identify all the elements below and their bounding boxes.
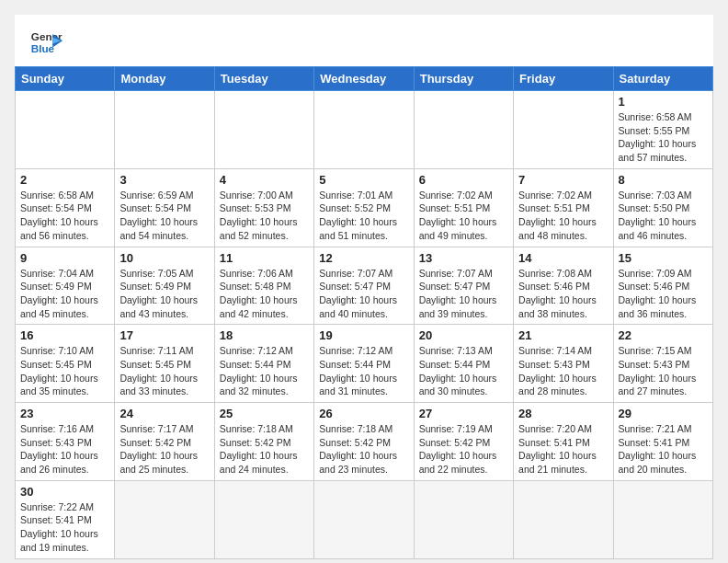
calendar-cell: 18Sunrise: 7:12 AMSunset: 5:44 PMDayligh… — [214, 325, 313, 403]
calendar-cell: 24Sunrise: 7:17 AMSunset: 5:42 PMDayligh… — [115, 403, 214, 481]
calendar-cell — [414, 91, 513, 169]
week-row-0: 1Sunrise: 6:58 AMSunset: 5:55 PMDaylight… — [16, 91, 713, 169]
calendar-cell — [414, 480, 513, 558]
day-info: Sunrise: 7:08 AMSunset: 5:46 PMDaylight:… — [518, 267, 608, 321]
calendar-cell: 28Sunrise: 7:20 AMSunset: 5:41 PMDayligh… — [514, 403, 613, 481]
day-number: 26 — [319, 407, 408, 420]
calendar-cell — [115, 91, 214, 169]
week-row-1: 2Sunrise: 6:58 AMSunset: 5:54 PMDaylight… — [16, 168, 713, 247]
calendar-cell: 21Sunrise: 7:14 AMSunset: 5:43 PMDayligh… — [514, 325, 613, 403]
day-info: Sunrise: 7:05 AMSunset: 5:49 PMDaylight:… — [119, 267, 209, 321]
day-number: 22 — [619, 328, 708, 342]
day-number: 9 — [20, 251, 109, 265]
calendar-cell: 20Sunrise: 7:13 AMSunset: 5:44 PMDayligh… — [414, 325, 513, 403]
day-info: Sunrise: 6:58 AMSunset: 5:55 PMDaylight:… — [619, 110, 708, 165]
day-info: Sunrise: 7:01 AMSunset: 5:52 PMDaylight:… — [319, 189, 408, 243]
day-number: 25 — [220, 407, 309, 420]
calendar-cell — [214, 91, 313, 169]
calendar-cell — [16, 91, 115, 169]
day-info: Sunrise: 7:04 AMSunset: 5:49 PMDaylight:… — [20, 267, 109, 321]
day-info: Sunrise: 7:18 AMSunset: 5:42 PMDaylight:… — [220, 422, 309, 477]
day-number: 11 — [220, 251, 309, 265]
day-number: 28 — [518, 407, 608, 420]
day-info: Sunrise: 7:20 AMSunset: 5:41 PMDaylight:… — [518, 422, 608, 477]
day-number: 3 — [119, 173, 209, 187]
day-number: 23 — [20, 407, 109, 420]
day-info: Sunrise: 7:18 AMSunset: 5:42 PMDaylight:… — [319, 422, 408, 477]
calendar-cell: 16Sunrise: 7:10 AMSunset: 5:45 PMDayligh… — [16, 325, 115, 403]
day-info: Sunrise: 7:02 AMSunset: 5:51 PMDaylight:… — [419, 189, 508, 243]
calendar-cell: 12Sunrise: 7:07 AMSunset: 5:47 PMDayligh… — [314, 247, 414, 325]
day-number: 20 — [419, 328, 508, 342]
calendar-cell: 22Sunrise: 7:15 AMSunset: 5:43 PMDayligh… — [613, 325, 712, 403]
day-info: Sunrise: 7:00 AMSunset: 5:53 PMDaylight:… — [220, 189, 309, 243]
calendar-cell: 3Sunrise: 6:59 AMSunset: 5:54 PMDaylight… — [115, 168, 214, 247]
day-info: Sunrise: 6:59 AMSunset: 5:54 PMDaylight:… — [119, 189, 209, 243]
calendar-cell: 5Sunrise: 7:01 AMSunset: 5:52 PMDaylight… — [314, 168, 414, 247]
day-info: Sunrise: 7:09 AMSunset: 5:46 PMDaylight:… — [619, 267, 708, 321]
day-number: 17 — [119, 328, 209, 342]
day-number: 30 — [20, 485, 109, 499]
calendar-cell: 14Sunrise: 7:08 AMSunset: 5:46 PMDayligh… — [514, 247, 613, 325]
calendar-cell: 11Sunrise: 7:06 AMSunset: 5:48 PMDayligh… — [214, 247, 313, 325]
header: General Blue — [15, 15, 713, 66]
day-number: 2 — [20, 173, 109, 187]
day-number: 12 — [319, 251, 408, 265]
day-info: Sunrise: 7:02 AMSunset: 5:51 PMDaylight:… — [518, 189, 608, 243]
day-info: Sunrise: 7:21 AMSunset: 5:41 PMDaylight:… — [619, 422, 708, 477]
calendar-cell: 17Sunrise: 7:11 AMSunset: 5:45 PMDayligh… — [115, 325, 214, 403]
day-info: Sunrise: 7:11 AMSunset: 5:45 PMDaylight:… — [119, 344, 209, 398]
calendar-container: General Blue SundayMondayTuesdayWednesda… — [15, 15, 713, 559]
calendar-cell — [613, 480, 712, 558]
day-info: Sunrise: 7:12 AMSunset: 5:44 PMDaylight:… — [319, 344, 408, 398]
calendar-cell: 4Sunrise: 7:00 AMSunset: 5:53 PMDaylight… — [214, 168, 313, 247]
weekday-header-thursday: Thursday — [414, 67, 513, 91]
calendar-cell: 2Sunrise: 6:58 AMSunset: 5:54 PMDaylight… — [16, 168, 115, 247]
calendar-cell — [514, 91, 613, 169]
day-info: Sunrise: 7:16 AMSunset: 5:43 PMDaylight:… — [20, 422, 109, 477]
weekday-header-monday: Monday — [115, 67, 214, 91]
day-number: 24 — [119, 407, 209, 420]
calendar-cell: 13Sunrise: 7:07 AMSunset: 5:47 PMDayligh… — [414, 247, 513, 325]
day-info: Sunrise: 7:03 AMSunset: 5:50 PMDaylight:… — [619, 189, 708, 243]
calendar-cell: 26Sunrise: 7:18 AMSunset: 5:42 PMDayligh… — [314, 403, 414, 481]
weekday-header-tuesday: Tuesday — [214, 67, 313, 91]
day-info: Sunrise: 7:07 AMSunset: 5:47 PMDaylight:… — [419, 267, 508, 321]
day-number: 21 — [518, 328, 608, 342]
calendar-cell — [514, 480, 613, 558]
week-row-5: 30Sunrise: 7:22 AMSunset: 5:41 PMDayligh… — [16, 480, 713, 558]
calendar-cell: 15Sunrise: 7:09 AMSunset: 5:46 PMDayligh… — [613, 247, 712, 325]
calendar-cell: 1Sunrise: 6:58 AMSunset: 5:55 PMDaylight… — [613, 91, 712, 169]
day-number: 4 — [220, 173, 309, 187]
day-number: 13 — [419, 251, 508, 265]
day-number: 7 — [518, 173, 608, 187]
calendar-cell: 29Sunrise: 7:21 AMSunset: 5:41 PMDayligh… — [613, 403, 712, 481]
calendar-cell: 19Sunrise: 7:12 AMSunset: 5:44 PMDayligh… — [314, 325, 414, 403]
day-info: Sunrise: 7:22 AMSunset: 5:41 PMDaylight:… — [20, 500, 109, 555]
day-number: 29 — [619, 407, 708, 420]
calendar-cell: 25Sunrise: 7:18 AMSunset: 5:42 PMDayligh… — [214, 403, 313, 481]
day-number: 6 — [419, 173, 508, 187]
day-number: 27 — [419, 407, 508, 420]
calendar-cell — [214, 480, 313, 558]
logo-icon: General Blue — [29, 26, 63, 59]
calendar-cell: 8Sunrise: 7:03 AMSunset: 5:50 PMDaylight… — [613, 168, 712, 247]
calendar-cell: 10Sunrise: 7:05 AMSunset: 5:49 PMDayligh… — [115, 247, 214, 325]
calendar-cell: 6Sunrise: 7:02 AMSunset: 5:51 PMDaylight… — [414, 168, 513, 247]
day-info: Sunrise: 7:13 AMSunset: 5:44 PMDaylight:… — [419, 344, 508, 398]
day-number: 10 — [119, 251, 209, 265]
calendar-cell: 7Sunrise: 7:02 AMSunset: 5:51 PMDaylight… — [514, 168, 613, 247]
weekday-header-friday: Friday — [514, 67, 613, 91]
logo: General Blue — [29, 26, 63, 59]
day-number: 5 — [319, 173, 408, 187]
week-row-2: 9Sunrise: 7:04 AMSunset: 5:49 PMDaylight… — [16, 247, 713, 325]
day-info: Sunrise: 7:15 AMSunset: 5:43 PMDaylight:… — [619, 344, 708, 398]
calendar-cell — [314, 91, 414, 169]
calendar-table: SundayMondayTuesdayWednesdayThursdayFrid… — [15, 66, 713, 559]
calendar-cell: 9Sunrise: 7:04 AMSunset: 5:49 PMDaylight… — [16, 247, 115, 325]
weekday-header-wednesday: Wednesday — [314, 67, 414, 91]
day-number: 16 — [20, 328, 109, 342]
day-number: 19 — [319, 328, 408, 342]
day-info: Sunrise: 7:10 AMSunset: 5:45 PMDaylight:… — [20, 344, 109, 398]
day-info: Sunrise: 7:12 AMSunset: 5:44 PMDaylight:… — [220, 344, 309, 398]
